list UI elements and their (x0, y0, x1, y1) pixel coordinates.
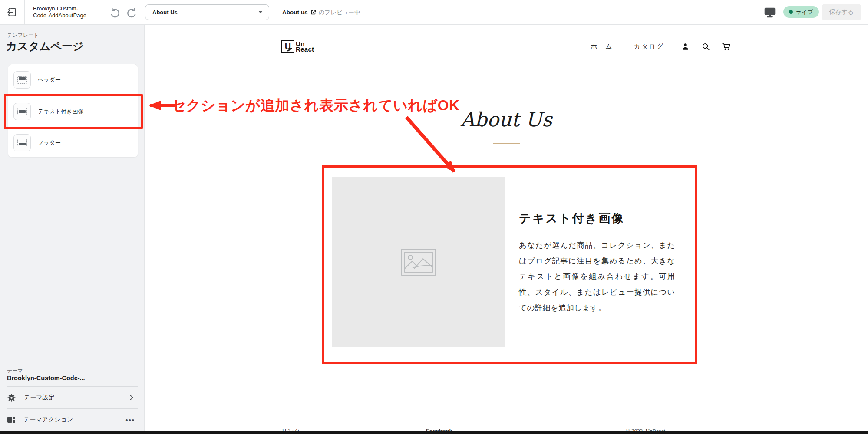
exit-editor-button[interactable] (0, 0, 25, 24)
editor-topbar: Brooklyn-Custom- Code-AddAboutPage About… (0, 0, 868, 25)
exit-icon (7, 7, 18, 18)
theme-title-line1: Brooklyn-Custom- (33, 5, 86, 12)
theme-actions-label: テーマアクション (23, 416, 73, 424)
redo-button[interactable] (126, 7, 137, 18)
preview-page-link[interactable]: About us (282, 9, 308, 16)
nav-link-home[interactable]: ホーム (591, 43, 613, 51)
image-placeholder-icon (401, 248, 436, 276)
theme-label: テーマ (7, 367, 23, 375)
footer-divider (493, 398, 520, 398)
theme-title: Brooklyn-Custom- Code-AddAboutPage (33, 5, 86, 19)
theme-settings-label: テーマ設定 (24, 394, 55, 401)
store-header: U Un React ホーム カタログ (281, 33, 731, 60)
template-name: カスタムページ (6, 39, 84, 53)
chevron-down-icon (258, 11, 263, 13)
cart-icon[interactable] (722, 43, 731, 51)
theme-preview-frame: U Un React ホーム カタログ (145, 25, 868, 434)
monitor-icon (763, 6, 776, 18)
sidebar-item-image-with-text[interactable]: テキスト付き画像 (8, 95, 138, 127)
image-with-text-section: テキスト付き画像 あなたが選んだ商品、コレクション、またはブログ記事に注目を集め… (519, 210, 675, 316)
search-icon[interactable] (702, 43, 710, 51)
theme-title-line2: Code-AddAboutPage (33, 12, 86, 19)
preview-status-suffix: のプレビュー中 (319, 9, 360, 16)
nav-link-catalog[interactable]: カタログ (634, 43, 664, 51)
theme-name: Brooklyn-Custom-Code-... (7, 375, 85, 381)
section-row-label: ヘッダー (38, 76, 61, 84)
store-logo[interactable]: U Un React (281, 40, 314, 53)
section-row-label: フッター (38, 139, 61, 147)
image-with-text-section-icon (13, 103, 31, 120)
image-placeholder (332, 177, 505, 347)
store-nav: ホーム カタログ (591, 43, 731, 51)
theme-actions-icon (7, 415, 16, 424)
redo-icon (126, 7, 137, 18)
logo-mark: U (281, 40, 294, 53)
live-badge-label: ライブ (796, 8, 813, 16)
section-body: あなたが選んだ商品、コレクション、またはブログ記事に注目を集めるため、大きなテキ… (519, 237, 675, 316)
save-button[interactable]: 保存する (822, 4, 861, 20)
preview-status: About us のプレビュー中 (282, 0, 360, 25)
section-heading: テキスト付き画像 (519, 210, 675, 226)
store-header-icons (681, 43, 731, 51)
desktop-preview-button[interactable] (763, 6, 776, 18)
gear-icon (7, 393, 16, 402)
sidebar-item-footer[interactable]: フッター (8, 127, 138, 158)
undo-icon (109, 7, 121, 18)
theme-settings-row[interactable]: テーマ設定 (7, 387, 138, 408)
editor-sidebar: テンプレート カスタムページ ヘッダー テキスト付き画像 フッター テーマ Br… (0, 25, 145, 434)
live-status-badge: ライブ (783, 6, 819, 18)
logo-text: Un React (296, 41, 314, 52)
header-section-icon (13, 71, 31, 89)
template-label: テンプレート (7, 32, 39, 39)
account-icon[interactable] (681, 43, 690, 51)
footer-section-icon (13, 134, 31, 151)
annotation-text: セクションが追加され表示されていればOK (171, 96, 459, 115)
ellipsis-icon[interactable]: ••• (125, 416, 135, 424)
page-selector-value: About Us (152, 9, 178, 16)
chevron-right-icon (128, 394, 135, 401)
undo-button[interactable] (109, 7, 121, 18)
section-list: ヘッダー テキスト付き画像 フッター (8, 64, 138, 158)
live-dot-icon (789, 10, 793, 14)
external-link-icon[interactable] (310, 10, 316, 15)
theme-actions-row[interactable]: テーマアクション ••• (7, 409, 138, 431)
section-row-label: テキスト付き画像 (38, 108, 84, 115)
page-selector-dropdown[interactable]: About Us (145, 4, 269, 20)
window-bottom-edge (0, 431, 868, 434)
sidebar-item-header[interactable]: ヘッダー (8, 64, 138, 95)
heading-divider (493, 143, 520, 144)
